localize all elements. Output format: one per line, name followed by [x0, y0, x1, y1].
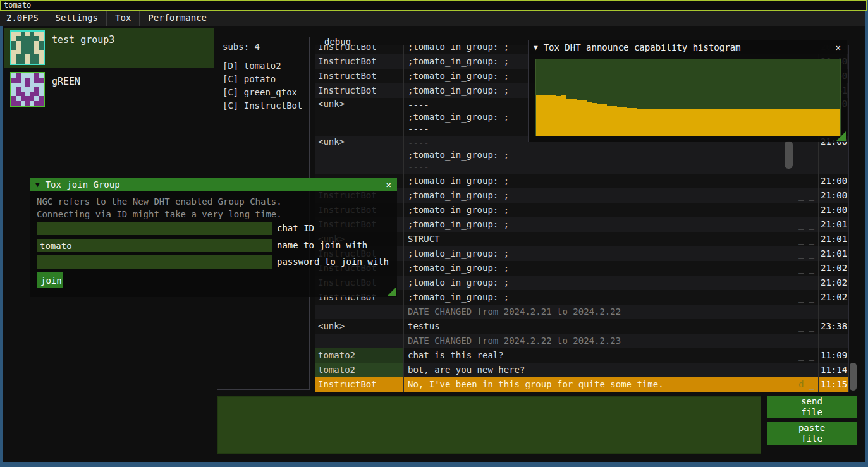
sidebar-item-green[interactable]: gREEN — [4, 70, 214, 109]
resize-grip-icon[interactable] — [836, 131, 846, 141]
histogram-plot — [536, 59, 840, 136]
sender-name: tomato2 — [315, 363, 403, 377]
message-text: testus — [403, 319, 795, 334]
receipt-marks: __ — [795, 276, 818, 290]
histogram-bin — [577, 100, 582, 136]
histogram-bin — [714, 109, 719, 136]
histogram-bin — [597, 104, 602, 136]
message-text: chat is this real? — [403, 348, 795, 363]
resize-grip-icon[interactable] — [387, 287, 396, 296]
histogram-bin — [805, 109, 810, 136]
close-icon[interactable]: ✕ — [836, 42, 847, 52]
join-description-line1: NGC refers to the New DHT enabled Group … — [37, 197, 282, 207]
histogram-bin — [795, 109, 800, 136]
histogram-bin — [536, 95, 541, 136]
histogram-bin — [602, 104, 607, 136]
menu-item-fps: 2.0FPS — [0, 11, 47, 26]
menu-item-settings[interactable]: Settings — [47, 11, 106, 26]
histogram-bin — [637, 109, 642, 136]
message-text: STRUCT — [403, 232, 795, 246]
chat-id-field[interactable] — [37, 222, 272, 235]
histogram-bin — [825, 109, 830, 136]
histogram-bin — [724, 109, 729, 136]
sender-name: InstructBot — [315, 54, 403, 69]
collapse-icon[interactable]: ▼ — [534, 44, 538, 52]
chat-scrollbar-thumb[interactable] — [785, 141, 793, 169]
join-password-field[interactable] — [37, 255, 272, 269]
histogram-bin — [657, 109, 663, 136]
receipt-marks: __ — [795, 261, 818, 276]
scrollbar-thumb[interactable] — [850, 363, 857, 391]
histogram-bin — [612, 106, 617, 136]
group-name-label: gREEN — [52, 76, 80, 87]
send-file-button[interactable]: send file — [767, 396, 857, 418]
message-input[interactable] — [217, 396, 761, 454]
histogram-bin — [673, 109, 678, 136]
histogram-bin — [556, 96, 561, 136]
collapse-icon[interactable]: ▼ — [35, 181, 40, 189]
histogram-bin — [663, 109, 668, 136]
sender-name: <unk> — [315, 98, 403, 136]
window-title: tomato — [4, 1, 31, 9]
chat-row[interactable]: DATE CHANGED from 2024.2.21 to 2024.2.22 — [315, 305, 849, 319]
scrollbar-track[interactable] — [848, 45, 858, 392]
receipt-marks: __ — [795, 203, 818, 217]
paste-file-button[interactable]: paste file — [767, 422, 857, 445]
chat-row[interactable]: tomato2chat is this real?__11:09 — [315, 348, 849, 363]
chat-row[interactable]: InstructBotNo, I've been in this group f… — [315, 377, 849, 392]
histogram-bin — [551, 95, 556, 136]
join-button[interactable]: join — [37, 272, 63, 288]
chat-row[interactable]: DATE CHANGED from 2024.2.22 to 2024.2.23 — [315, 334, 849, 348]
histogram-title-bar[interactable]: ▼ Tox DHT announce capability histogram … — [529, 40, 847, 54]
histogram-bin — [668, 109, 673, 136]
window-title-bar[interactable]: tomato — [0, 0, 867, 11]
histogram-bin — [587, 102, 592, 136]
timestamp: 21:02 — [818, 276, 849, 290]
histogram-bin — [759, 109, 764, 136]
histogram-bin — [739, 109, 744, 136]
chat-row[interactable]: <unk>testus__23:38 — [315, 319, 849, 334]
join-name-label: name to join with — [277, 240, 367, 250]
sender-name: tomato2 — [315, 348, 403, 363]
receipt-marks: __ — [795, 348, 818, 363]
join-name-field[interactable] — [37, 239, 272, 252]
group-name-label: test_group3 — [52, 34, 114, 45]
timestamp: 21:02 — [818, 290, 849, 305]
histogram-bin — [830, 109, 835, 136]
dht-histogram-window: ▼ Tox DHT announce capability histogram … — [528, 40, 847, 142]
timestamp — [818, 334, 849, 348]
message-text: ;tomato_in_group: ; — [403, 188, 795, 203]
receipt-marks: __ — [795, 290, 818, 305]
histogram-bin — [785, 109, 790, 136]
sender-name: <unk> — [315, 136, 403, 174]
timestamp: 21:01 — [818, 217, 849, 232]
message-text: DATE CHANGED from 2024.2.21 to 2024.2.22 — [403, 305, 795, 319]
histogram-bin — [729, 109, 734, 136]
message-text: bot, are you new here? — [403, 363, 795, 377]
menu-item-tox[interactable]: Tox — [107, 11, 139, 26]
histogram-bin — [617, 107, 622, 136]
histogram-bin — [764, 109, 769, 136]
join-title-bar[interactable]: ▼ Tox join Group ✕ — [30, 178, 397, 191]
chat-row[interactable]: tomato2bot, are you new here?__11:14 — [315, 363, 849, 377]
group-avatar-1 — [10, 30, 45, 65]
join-description-line2: Connecting via ID might take a very long… — [37, 209, 282, 219]
histogram-bin — [546, 95, 551, 136]
histogram-bin — [622, 107, 627, 136]
histogram-bin — [734, 109, 739, 136]
message-text: ;tomato_in_group: ; — [403, 261, 795, 276]
sidebar-item-test-group3[interactable]: test_group3 — [4, 28, 214, 68]
message-text: ;tomato_in_group: ; — [403, 174, 795, 188]
timestamp: 21:01 — [818, 246, 849, 261]
timestamp: 23:38 — [818, 319, 849, 334]
histogram-title: Tox DHT announce capability histogram — [544, 42, 741, 52]
timestamp: 21:02 — [818, 261, 849, 276]
sender-name: InstructBot — [315, 45, 403, 54]
receipt-marks: __ — [795, 174, 818, 188]
histogram-bin — [820, 109, 825, 136]
timestamp — [818, 305, 849, 319]
close-icon[interactable]: ✕ — [386, 179, 397, 190]
receipt-marks: __ — [795, 217, 818, 232]
menu-item-performance[interactable]: Performance — [140, 11, 215, 26]
receipt-marks — [795, 334, 818, 348]
